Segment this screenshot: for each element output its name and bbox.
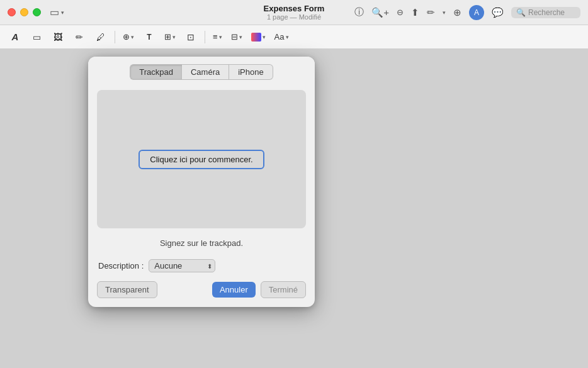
align-icon: ≡ xyxy=(213,32,218,42)
insert-icon: ⊕ xyxy=(123,32,130,42)
signature-click-button[interactable]: Cliquez ici pour commencer. xyxy=(139,150,264,169)
signature-popup: Trackpad Caméra iPhone Cliquez ici pour … xyxy=(88,57,315,307)
table-chevron-icon: ▾ xyxy=(172,34,176,40)
description-label: Description : xyxy=(98,261,144,270)
window-title: Expenses Form xyxy=(264,4,325,13)
tab-iphone[interactable]: iPhone xyxy=(229,64,273,80)
fontsize-chevron-icon: ▾ xyxy=(286,34,289,40)
table-dropdown[interactable]: ⊞ ▾ xyxy=(162,31,178,43)
pen-icon[interactable]: ✏ xyxy=(427,7,435,18)
format-bar: A ▭ 🖼 ✏ 🖊 ⊕ ▾ T ⊞ ▾ ⊡ ≡ ▾ ⊟ ▾ ▾ Aa ▾ xyxy=(0,25,588,49)
window-title-area: Expenses Form 1 page — Modifié xyxy=(264,4,325,21)
popup-tabs: Trackpad Caméra iPhone xyxy=(88,57,315,85)
search-icon: 🔍 xyxy=(516,8,526,17)
window-subtitle: 1 page — Modifié xyxy=(267,13,321,21)
share-icon[interactable]: ⬆ xyxy=(411,7,419,18)
maximize-button[interactable] xyxy=(33,8,41,16)
sidebar-icon: ▭ xyxy=(50,6,59,18)
shape-dropdown[interactable]: ⊟ ▾ xyxy=(229,31,245,43)
separator-1 xyxy=(115,31,115,43)
minimize-button[interactable] xyxy=(20,8,28,16)
textbox-icon[interactable]: T xyxy=(140,28,158,46)
insert-chevron-icon: ▾ xyxy=(131,34,134,40)
traffic-lights xyxy=(8,8,41,16)
color-chevron-icon: ▾ xyxy=(263,34,266,40)
insert-box-icon[interactable]: ▭ xyxy=(28,28,45,46)
separator-2 xyxy=(205,31,205,43)
close-button[interactable] xyxy=(8,8,16,16)
tab-camera[interactable]: Caméra xyxy=(182,64,229,80)
cancel-button[interactable]: Annuler xyxy=(212,282,256,298)
description-select-wrapper[interactable]: Aucune Personnalisé ⬍ xyxy=(149,259,215,272)
toolbar-right: ⓘ 🔍+ ⊖ ⬆ ✏ ▾ ⊕ A 💬 🔍 Recherche xyxy=(354,5,580,20)
comment-icon[interactable]: 💬 xyxy=(492,7,504,18)
signature-area[interactable]: Cliquez ici pour commencer. xyxy=(97,90,306,228)
color-dropdown[interactable]: ▾ xyxy=(249,31,268,43)
transparent-button[interactable]: Transparent xyxy=(97,281,157,298)
zoom-in-icon[interactable]: 🔍+ xyxy=(371,7,389,18)
shape-icon: ⊟ xyxy=(231,32,238,42)
info-icon[interactable]: ⓘ xyxy=(354,6,364,18)
font-size-dropdown[interactable]: Aa ▾ xyxy=(272,31,291,43)
description-row: Description : Aucune Personnalisé ⬍ xyxy=(88,255,315,279)
search-placeholder: Recherche xyxy=(528,8,565,17)
table-icon: ⊞ xyxy=(164,32,171,42)
text-tool-icon[interactable]: A xyxy=(6,28,24,46)
shape-chevron-icon: ▾ xyxy=(239,34,242,40)
sidebar-toggle[interactable]: ▭ ▾ xyxy=(50,6,64,18)
title-bar: ▭ ▾ Expenses Form 1 page — Modifié ⓘ 🔍+ … xyxy=(0,0,588,25)
align-chevron-icon: ▾ xyxy=(219,34,222,40)
pen-chevron-icon: ▾ xyxy=(443,9,446,16)
font-aa-label: Aa xyxy=(274,32,285,42)
user-icon[interactable]: A xyxy=(469,5,484,20)
color-icon xyxy=(251,33,261,42)
add-page-icon[interactable]: ⊕ xyxy=(453,7,461,18)
done-button[interactable]: Terminé xyxy=(261,281,306,298)
search-box[interactable]: 🔍 Recherche xyxy=(511,7,580,18)
image-icon[interactable]: 🖼 xyxy=(49,28,67,46)
align-dropdown[interactable]: ≡ ▾ xyxy=(210,31,225,43)
insert-dropdown[interactable]: ⊕ ▾ xyxy=(120,31,137,43)
annotation-icon[interactable]: ✏ xyxy=(71,28,88,46)
popup-buttons: Transparent Annuler Terminé xyxy=(88,279,315,307)
sidebar-chevron-icon: ▾ xyxy=(61,9,64,16)
signature-hint: Signez sur le trackpad. xyxy=(88,233,315,255)
pen-tool-icon[interactable]: 🖊 xyxy=(92,28,110,46)
zoom-out-icon[interactable]: ⊖ xyxy=(397,8,404,17)
fullscreen-icon[interactable]: ⊡ xyxy=(182,28,200,46)
main-content: Trackpad Caméra iPhone Cliquez ici pour … xyxy=(0,49,588,368)
tab-trackpad[interactable]: Trackpad xyxy=(130,64,182,80)
description-select[interactable]: Aucune Personnalisé xyxy=(149,259,215,272)
